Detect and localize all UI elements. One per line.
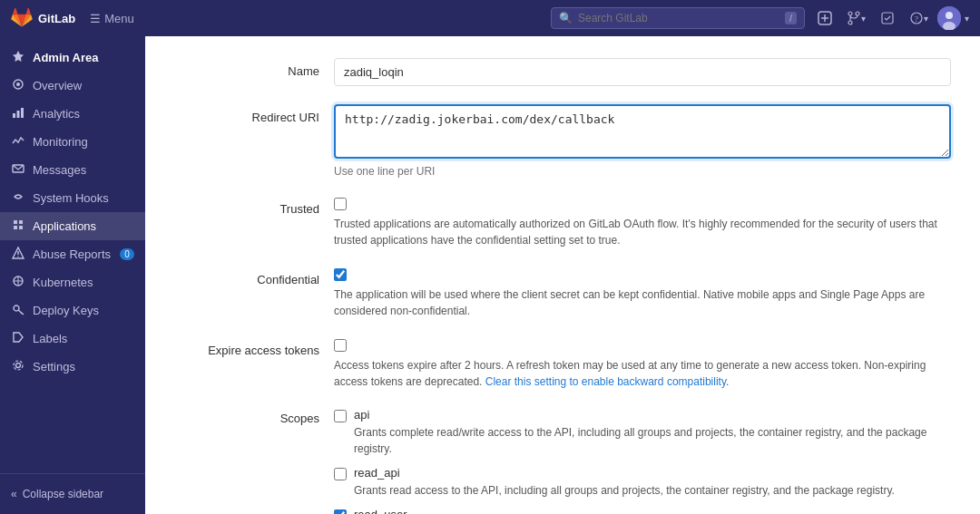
- messages-svg: [12, 162, 24, 175]
- confidential-control: The application will be used where the c…: [334, 267, 951, 319]
- sidebar-item-messages[interactable]: Messages: [0, 156, 145, 184]
- redirect-uri-control: Use one line per URI: [334, 104, 951, 178]
- sidebar-item-system-hooks[interactable]: System Hooks: [0, 184, 145, 212]
- monitoring-svg: [12, 134, 24, 147]
- sidebar-item-monitoring[interactable]: Monitoring: [0, 128, 145, 156]
- todo-icon: [880, 11, 895, 25]
- svg-point-5: [848, 21, 852, 24]
- sidebar-item-applications[interactable]: Applications: [0, 212, 145, 240]
- labels-svg: [12, 331, 24, 344]
- scope-name-read_api: read_api: [354, 466, 400, 480]
- scope-checkbox-api[interactable]: [334, 410, 347, 422]
- collapse-sidebar-button[interactable]: « Collapse sidebar: [0, 481, 145, 507]
- trusted-checkbox[interactable]: [334, 198, 347, 210]
- scope-item-read_user: read_user Grants read-only access to the…: [334, 508, 951, 514]
- name-row: Name: [174, 58, 951, 86]
- svg-rect-20: [19, 220, 23, 224]
- plus-icon: [818, 11, 832, 25]
- trusted-label: Trusted: [174, 196, 319, 216]
- svg-point-31: [16, 364, 21, 368]
- topbar: GitLab ☰ Menu 🔍 / ▾ ? ▾ ▾: [0, 0, 980, 36]
- svg-point-4: [856, 12, 859, 15]
- scope-item-read_api: read_api Grants read access to the API, …: [334, 466, 951, 499]
- confidential-checkbox[interactable]: [334, 268, 347, 281]
- merge-requests-button[interactable]: ▾: [841, 7, 871, 29]
- avatar-dropdown-icon[interactable]: ▾: [965, 14, 969, 24]
- abuse-reports-svg: [12, 247, 24, 259]
- analytics-icon: [11, 106, 25, 121]
- search-input[interactable]: [578, 12, 779, 24]
- confidential-row: Confidential The application will be use…: [174, 267, 951, 319]
- svg-line-29: [18, 310, 24, 315]
- sidebar-item-label-overview: Overview: [33, 79, 82, 92]
- help-button[interactable]: ? ▾: [904, 7, 934, 29]
- menu-icon: ☰: [90, 12, 101, 25]
- sidebar-item-overview[interactable]: Overview: [0, 72, 145, 100]
- expire-tokens-row: Expire access tokens Access tokens expir…: [174, 337, 951, 390]
- scope-checkbox-read_user[interactable]: [334, 509, 347, 514]
- settings-svg: [12, 359, 24, 372]
- new-item-button[interactable]: [812, 7, 838, 29]
- scopes-row: Scopes api Grants complete read/write ac…: [174, 408, 951, 514]
- admin-icon: [11, 50, 25, 65]
- messages-icon: [11, 162, 25, 178]
- name-input[interactable]: [334, 58, 951, 86]
- search-slash: /: [785, 12, 797, 24]
- svg-rect-17: [21, 108, 24, 118]
- scope-description-api: Grants complete read/write access to the…: [354, 424, 951, 457]
- sidebar: Admin Area Overview Analytics Monitoring…: [0, 36, 145, 514]
- help-icon: ?: [909, 11, 924, 25]
- topbar-actions: ▾ ? ▾ ▾: [812, 6, 969, 30]
- expire-tokens-control: Access tokens expire after 2 hours. A re…: [334, 337, 951, 390]
- scope-item-api: api Grants complete read/write access to…: [334, 408, 951, 457]
- sidebar-item-analytics[interactable]: Analytics: [0, 100, 145, 128]
- sidebar-item-kubernetes[interactable]: Kubernetes: [0, 268, 145, 296]
- sidebar-item-label-messages: Messages: [33, 163, 86, 177]
- svg-point-10: [946, 12, 953, 19]
- analytics-svg: [12, 106, 24, 119]
- deploy-keys-svg: [12, 303, 24, 315]
- avatar[interactable]: [937, 6, 961, 30]
- redirect-uri-label: Redirect URI: [174, 104, 319, 124]
- sidebar-item-label-applications: Applications: [33, 219, 96, 233]
- scope-row-read_api: read_api: [334, 466, 951, 480]
- sidebar-item-labels[interactable]: Labels: [0, 325, 145, 353]
- gitlab-logo-area[interactable]: GitLab: [11, 7, 75, 29]
- sidebar-item-abuse-reports[interactable]: Abuse Reports 0: [0, 240, 145, 268]
- avatar-icon: [937, 6, 961, 30]
- expire-tokens-checkbox[interactable]: [334, 339, 347, 352]
- confidential-description: The application will be used where the c…: [334, 286, 951, 319]
- expire-tokens-link[interactable]: Clear this setting to enable backward co…: [485, 375, 726, 388]
- help-dropdown-icon: ▾: [924, 14, 928, 24]
- svg-rect-15: [13, 113, 15, 118]
- collapse-icon: «: [11, 488, 17, 500]
- merge-dropdown-icon: ▾: [861, 14, 866, 24]
- labels-icon: [11, 331, 25, 346]
- trusted-control: Trusted applications are automatically a…: [334, 196, 951, 248]
- sidebar-item-settings[interactable]: Settings: [0, 353, 145, 381]
- search-icon: 🔍: [559, 12, 573, 24]
- scope-checkbox-read_api[interactable]: [334, 468, 347, 480]
- todo-button[interactable]: [875, 7, 900, 29]
- expire-tokens-label: Expire access tokens: [174, 337, 319, 357]
- system-hooks-icon: [11, 190, 25, 206]
- scope-row-api: api: [334, 408, 951, 422]
- name-control: [334, 58, 951, 86]
- scope-description-read_api: Grants read access to the API, including…: [354, 482, 951, 499]
- sidebar-item-label-system-hooks: System Hooks: [33, 191, 109, 205]
- sidebar-item-deploy-keys[interactable]: Deploy Keys: [0, 296, 145, 325]
- sidebar-item-label-deploy-keys: Deploy Keys: [33, 304, 99, 317]
- trusted-row: Trusted Trusted applications are automat…: [174, 196, 951, 248]
- system-hooks-svg: [12, 190, 24, 203]
- settings-icon: [11, 359, 25, 374]
- search-box[interactable]: 🔍 /: [551, 7, 805, 29]
- applications-icon: [11, 218, 25, 234]
- gitlab-logo-icon: [11, 7, 33, 29]
- sidebar-bottom: « Collapse sidebar: [0, 473, 145, 514]
- svg-rect-22: [19, 226, 23, 229]
- menu-button[interactable]: ☰ Menu: [83, 8, 142, 29]
- svg-rect-16: [17, 111, 20, 118]
- redirect-uri-input[interactable]: [334, 104, 951, 159]
- kubernetes-icon: [11, 275, 25, 290]
- sidebar-item-label-settings: Settings: [33, 360, 75, 373]
